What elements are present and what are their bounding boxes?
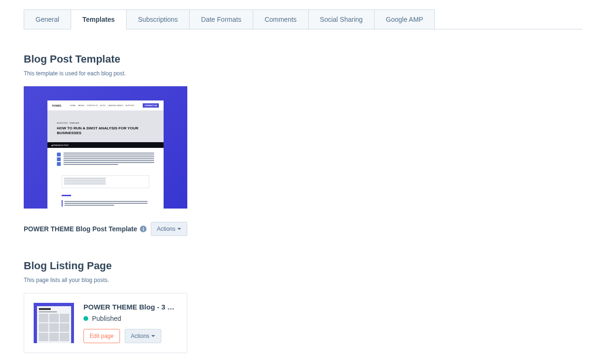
- preview-nav-item: PAGES: [78, 104, 85, 107]
- preview-toc-card: [62, 175, 149, 188]
- actions-label: Actions: [157, 226, 175, 232]
- blog-listing-title: POWER THEME Blog - 3 …: [83, 303, 177, 311]
- status-dot-icon: [83, 316, 88, 321]
- info-icon[interactable]: i: [140, 226, 147, 232]
- status-text: Published: [92, 315, 121, 322]
- social-icon: [57, 157, 61, 161]
- social-icon: [57, 153, 61, 156]
- tab-social-sharing[interactable]: Social Sharing: [308, 9, 375, 29]
- preview-nav-item: LANDING PAGES: [108, 104, 123, 107]
- tab-google-amp[interactable]: Google AMP: [374, 9, 435, 29]
- preview-text-lines: [64, 153, 154, 166]
- blog-listing-info: POWER THEME Blog - 3 … Published Edit pa…: [83, 303, 177, 343]
- preview-hero-title: HOW TO RUN A SWOT ANALYSIS FOR YOUR BUSI…: [57, 126, 154, 135]
- blog-post-template-heading: Blog Post Template: [24, 53, 582, 65]
- tab-templates[interactable]: Templates: [71, 9, 127, 29]
- blog-listing-card: POWER THEME Blog - 3 … Published Edit pa…: [24, 293, 187, 353]
- blog-listing-thumbnail[interactable]: [34, 303, 74, 343]
- blog-listing-desc: This page lists all your blog posts.: [24, 277, 582, 283]
- preview-nav-item: BLOG: [100, 104, 105, 107]
- blog-listing-actions: Edit page Actions: [83, 329, 177, 343]
- preview-body: [47, 148, 164, 171]
- tab-general[interactable]: General: [24, 9, 71, 29]
- chevron-down-icon: [177, 228, 181, 230]
- preview-inner-page: POWER. HOME PAGES PORTFOLIO BLOG LANDING…: [47, 100, 164, 209]
- actions-label: Actions: [131, 333, 149, 339]
- blog-listing-heading: Blog Listing Page: [24, 260, 582, 272]
- thumbnail-inner: [37, 306, 71, 343]
- blog-listing-status: Published: [83, 315, 177, 322]
- preview-hero-breadcrumb: BLOG POST · TEMPLATE: [57, 122, 154, 124]
- section-blog-post-template: Blog Post Template This template is used…: [24, 53, 582, 236]
- preview-brand: POWER.: [52, 104, 62, 107]
- preview-social-icons: [57, 153, 61, 166]
- blog-listing-actions-button[interactable]: Actions: [125, 329, 161, 343]
- preview-linkline: [62, 195, 71, 196]
- preview-hero: BLOG POST · TEMPLATE HOW TO RUN A SWOT A…: [47, 110, 164, 142]
- template-name-text: POWER THEME Blog Post Template: [24, 225, 137, 233]
- blog-post-template-name: POWER THEME Blog Post Template i: [24, 225, 147, 233]
- preview-blackbar: ◀ PREVIOUS POST: [47, 142, 164, 148]
- preview-quote: [62, 200, 149, 207]
- preview-nav-item: HOME: [70, 104, 76, 107]
- tab-date-formats[interactable]: Date Formats: [189, 9, 253, 29]
- preview-nav: HOME PAGES PORTFOLIO BLOG LANDING PAGES …: [70, 104, 135, 107]
- blog-post-template-row: POWER THEME Blog Post Template i Actions: [24, 222, 187, 236]
- preview-cta: CONTACT US: [143, 103, 159, 108]
- section-blog-listing-page: Blog Listing Page This page lists all yo…: [24, 260, 582, 353]
- tab-comments[interactable]: Comments: [253, 9, 309, 29]
- social-icon: [57, 162, 61, 166]
- blog-post-actions-button[interactable]: Actions: [151, 222, 187, 236]
- preview-header: POWER. HOME PAGES PORTFOLIO BLOG LANDING…: [47, 100, 164, 110]
- chevron-down-icon: [151, 335, 155, 337]
- edit-page-button[interactable]: Edit page: [83, 329, 120, 343]
- tab-subscriptions[interactable]: Subscriptions: [126, 9, 190, 29]
- preview-nav-item: PORTFOLIO: [87, 104, 98, 107]
- blog-post-template-preview[interactable]: POWER. HOME PAGES PORTFOLIO BLOG LANDING…: [24, 86, 187, 209]
- preview-nav-item: SUPPORT: [126, 104, 135, 107]
- settings-tabs: General Templates Subscriptions Date For…: [24, 9, 582, 29]
- blog-post-template-desc: This template is used for each blog post…: [24, 70, 582, 77]
